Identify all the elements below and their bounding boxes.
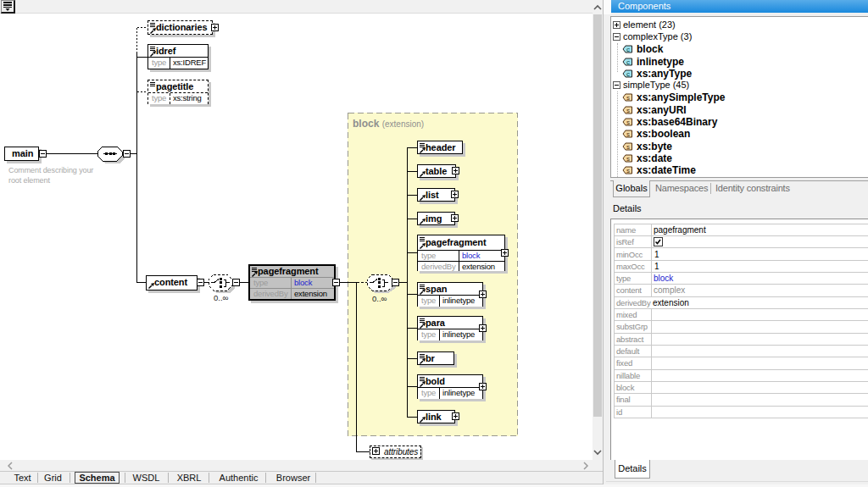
svg-text:s: s (626, 119, 630, 126)
svg-text:s: s (626, 130, 630, 138)
svg-text:c: c (626, 46, 630, 53)
svg-text:c: c (626, 70, 630, 78)
svg-text:s: s (626, 155, 630, 163)
svg-text:c: c (626, 58, 630, 66)
svg-text:s: s (626, 143, 630, 151)
svg-text:s: s (626, 107, 630, 114)
svg-text:s: s (626, 167, 630, 174)
svg-text:s: s (626, 94, 630, 102)
